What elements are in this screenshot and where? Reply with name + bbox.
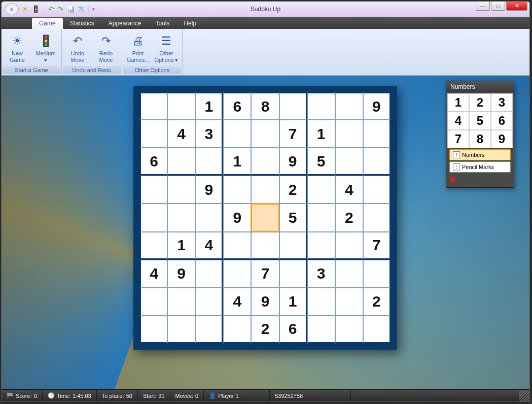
cell-r0-c3[interactable]: 6 <box>223 92 251 120</box>
cell-r4-c4[interactable] <box>251 204 279 231</box>
cell-r8-c5[interactable]: 6 <box>279 316 307 344</box>
cell-r3-c0[interactable] <box>139 176 167 204</box>
cell-r8-c8[interactable] <box>363 316 391 344</box>
cell-r1-c7[interactable] <box>335 120 363 148</box>
numpad-7-button[interactable]: 7 <box>447 130 469 148</box>
cell-r2-c1[interactable] <box>167 148 195 176</box>
mode-pencil-button[interactable]: ⋮Pencil Marks <box>449 161 511 173</box>
cell-r5-c1[interactable]: 1 <box>167 232 195 260</box>
cell-r6-c7[interactable] <box>335 260 363 288</box>
cell-r7-c1[interactable] <box>167 288 195 316</box>
cell-r7-c4[interactable]: 9 <box>251 288 279 316</box>
qat-help-icon[interactable]: ?⃝ <box>78 5 85 13</box>
cell-r3-c8[interactable] <box>363 176 391 204</box>
cell-r2-c6[interactable]: 5 <box>307 148 335 176</box>
cell-r1-c6[interactable]: 1 <box>307 120 335 148</box>
tab-statistics[interactable]: Statistics <box>63 18 101 29</box>
cell-r6-c4[interactable]: 7 <box>251 260 279 288</box>
cell-r0-c2[interactable]: 1 <box>195 92 223 120</box>
cell-r3-c2[interactable]: 9 <box>195 176 223 204</box>
cell-r3-c3[interactable] <box>223 176 251 204</box>
numpad-4-button[interactable]: 4 <box>447 112 469 130</box>
app-icon[interactable]: ⊞ <box>5 3 19 15</box>
cell-r2-c8[interactable] <box>363 148 391 176</box>
cell-r8-c7[interactable] <box>335 316 363 344</box>
cell-r4-c3[interactable]: 9 <box>223 204 251 231</box>
cell-r8-c0[interactable] <box>139 316 167 344</box>
cell-r3-c7[interactable]: 4 <box>335 176 363 204</box>
cell-r8-c6[interactable] <box>307 316 335 344</box>
cell-r0-c8[interactable]: 9 <box>363 92 391 120</box>
cell-r7-c3[interactable]: 4 <box>223 288 251 316</box>
qat-undo-icon[interactable]: ↶ <box>48 5 54 13</box>
cell-r1-c8[interactable] <box>363 120 391 148</box>
cell-r5-c3[interactable] <box>223 232 251 260</box>
tab-help[interactable]: Help <box>176 18 203 29</box>
cell-r2-c5[interactable]: 9 <box>279 148 307 176</box>
cell-r3-c4[interactable] <box>251 176 279 204</box>
erase-button[interactable]: ✖ <box>449 175 511 184</box>
cell-r0-c0[interactable] <box>139 92 167 120</box>
cell-r5-c5[interactable] <box>279 232 307 260</box>
cell-r8-c1[interactable] <box>167 316 195 344</box>
numpad-8-button[interactable]: 8 <box>469 130 491 148</box>
ribbon-print-button[interactable]: 🖨PrintGames... <box>124 31 152 65</box>
numpad-3-button[interactable]: 3 <box>491 93 513 112</box>
cell-r4-c0[interactable] <box>139 204 167 231</box>
cell-r7-c2[interactable] <box>195 288 223 316</box>
numpad-1-button[interactable]: 1 <box>447 93 469 112</box>
qat-new-icon[interactable]: ☀ <box>22 5 28 13</box>
cell-r1-c4[interactable] <box>251 120 279 148</box>
cell-r7-c0[interactable] <box>139 288 167 316</box>
cell-r4-c1[interactable] <box>167 204 195 231</box>
close-button[interactable]: ✕ <box>506 2 527 11</box>
cell-r6-c1[interactable]: 9 <box>167 260 195 288</box>
cell-r4-c5[interactable]: 5 <box>279 204 307 231</box>
cell-r2-c4[interactable] <box>251 148 279 176</box>
cell-r3-c5[interactable]: 2 <box>279 176 307 204</box>
resize-grip[interactable] <box>519 390 529 401</box>
cell-r8-c4[interactable]: 2 <box>251 316 279 344</box>
cell-r7-c7[interactable] <box>335 288 363 316</box>
cell-r2-c2[interactable] <box>195 148 223 176</box>
cell-r1-c1[interactable]: 4 <box>167 120 195 148</box>
tab-tools[interactable]: Tools <box>148 18 176 29</box>
ribbon-new-button[interactable]: ☀NewGame <box>4 31 31 65</box>
qat-redo-icon[interactable]: ↷ <box>57 5 63 13</box>
cell-r7-c6[interactable] <box>307 288 335 316</box>
ribbon-redo-button[interactable]: ↷RedoMove <box>92 31 120 65</box>
cell-r3-c6[interactable] <box>307 176 335 204</box>
cell-r2-c0[interactable]: 6 <box>139 148 167 176</box>
numpad-2-button[interactable]: 2 <box>469 93 491 112</box>
tab-game[interactable]: Game <box>32 18 63 29</box>
cell-r0-c5[interactable] <box>279 92 307 120</box>
cell-r4-c2[interactable] <box>195 204 223 231</box>
numpad-5-button[interactable]: 5 <box>469 112 491 130</box>
cell-r6-c6[interactable]: 3 <box>307 260 335 288</box>
cell-r2-c3[interactable]: 1 <box>223 148 251 176</box>
cell-r6-c2[interactable] <box>195 260 223 288</box>
cell-r0-c1[interactable] <box>167 92 195 120</box>
cell-r6-c5[interactable] <box>279 260 307 288</box>
cell-r1-c3[interactable] <box>223 120 251 148</box>
cell-r5-c0[interactable] <box>139 232 167 260</box>
ribbon-medium-button[interactable]: 🚦Medium▾ <box>32 31 59 65</box>
cell-r5-c6[interactable] <box>307 232 335 260</box>
cell-r0-c7[interactable] <box>335 92 363 120</box>
cell-r1-c2[interactable]: 3 <box>195 120 223 148</box>
qat-dropdown-icon[interactable]: ▾ <box>92 7 95 12</box>
ribbon-other-button[interactable]: ☰OtherOptions ▾ <box>153 31 180 65</box>
qat-stats-icon[interactable]: 📊 <box>66 5 75 13</box>
cell-r0-c4[interactable]: 8 <box>251 92 279 120</box>
cell-r0-c6[interactable] <box>307 92 335 120</box>
ribbon-undo-button[interactable]: ↶UndoMove <box>64 31 91 65</box>
cell-r7-c5[interactable]: 1 <box>279 288 307 316</box>
minimize-button[interactable]: — <box>476 2 490 11</box>
cell-r1-c5[interactable]: 7 <box>279 120 307 148</box>
cell-r8-c3[interactable] <box>223 316 251 344</box>
cell-r1-c0[interactable] <box>139 120 167 148</box>
maximize-button[interactable]: □ <box>491 2 505 11</box>
tab-appearance[interactable]: Appearance <box>101 18 149 29</box>
cell-r8-c2[interactable] <box>195 316 223 344</box>
qat-difficulty-icon[interactable]: 🚦 <box>31 5 40 13</box>
